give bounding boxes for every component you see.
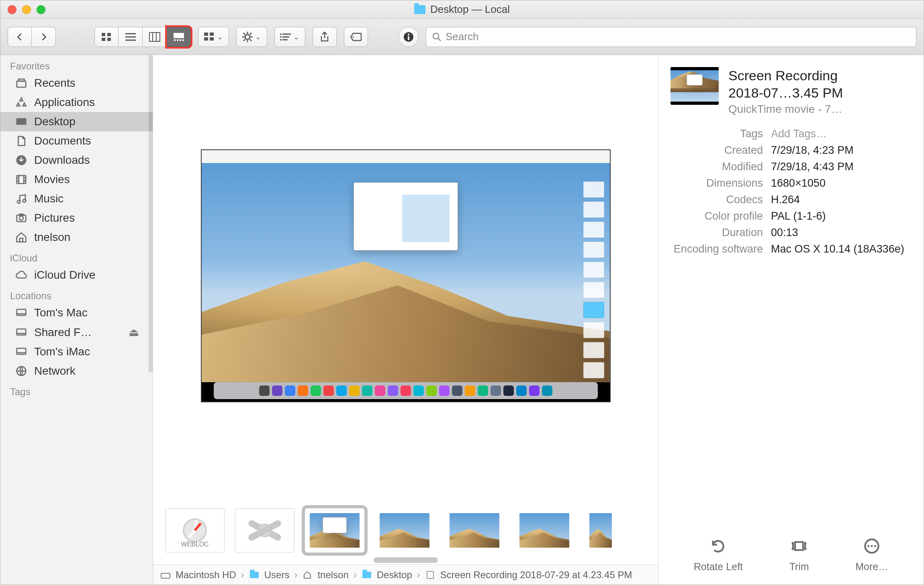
get-info-button[interactable] bbox=[399, 27, 419, 47]
sidebar-item-music[interactable]: Music bbox=[0, 189, 153, 208]
sidebar-item-network[interactable]: Network bbox=[0, 361, 153, 381]
sidebar-scrollbar[interactable] bbox=[149, 55, 153, 373]
forward-button[interactable] bbox=[32, 27, 56, 47]
fullscreen-window-button[interactable] bbox=[37, 5, 45, 14]
filmstrip-item-label: WEBLOC bbox=[166, 541, 224, 548]
filmstrip-item-image[interactable] bbox=[515, 508, 574, 552]
share-button[interactable] bbox=[313, 27, 337, 47]
pathbar-segment[interactable]: Macintosh HD bbox=[176, 569, 236, 581]
sidebar-item-label: iCloud Drive bbox=[34, 269, 96, 281]
sidebar-item-documents[interactable]: Documents bbox=[0, 131, 153, 151]
sidebar-item-label: Applications bbox=[34, 96, 95, 109]
minimize-window-button[interactable] bbox=[22, 5, 31, 14]
svg-rect-66 bbox=[427, 571, 433, 579]
preview-inner-window bbox=[354, 182, 458, 251]
sidebar-item-label: tnelson bbox=[34, 231, 70, 244]
pathbar-segment[interactable]: Users bbox=[264, 569, 290, 581]
chevron-down-icon: ⌄ bbox=[217, 33, 223, 41]
filmstrip-item-image[interactable] bbox=[585, 508, 617, 552]
sidebar-item-applications[interactable]: Applications bbox=[0, 93, 153, 112]
svg-rect-10 bbox=[174, 33, 184, 38]
edit-tags-button[interactable] bbox=[344, 27, 368, 47]
sidebar-item-label: Desktop bbox=[34, 115, 76, 128]
arrange-button[interactable]: ⌄ bbox=[274, 27, 305, 47]
meta-key: Duration bbox=[671, 226, 763, 239]
inspector-subtitle: QuickTime movie - 7… bbox=[728, 103, 843, 116]
computer-icon bbox=[15, 326, 28, 339]
sidebar-item-icloud-drive[interactable]: iCloud Drive bbox=[0, 265, 153, 285]
back-button[interactable] bbox=[8, 27, 32, 47]
documents-icon bbox=[15, 135, 28, 147]
svg-rect-16 bbox=[210, 33, 214, 36]
column-view-button[interactable] bbox=[143, 27, 167, 47]
filmstrip-item-webloc[interactable]: WEBLOC bbox=[165, 508, 225, 552]
svg-rect-1 bbox=[107, 33, 111, 36]
share-icon bbox=[320, 31, 329, 43]
chevron-down-icon: ⌄ bbox=[293, 33, 299, 41]
sidebar-item-recents[interactable]: Recents bbox=[0, 73, 153, 93]
sidebar-item-toms-imac[interactable]: Tom's iMac bbox=[0, 342, 153, 361]
gear-icon bbox=[242, 32, 253, 42]
sidebar-item-label: Pictures bbox=[34, 212, 75, 224]
close-window-button[interactable] bbox=[8, 5, 16, 14]
sidebar-item-toms-mac[interactable]: Tom's Mac bbox=[0, 303, 153, 322]
filmstrip-item-image[interactable] bbox=[375, 508, 434, 552]
drive-icon bbox=[160, 571, 171, 579]
more-button[interactable]: More… bbox=[855, 537, 888, 573]
svg-point-70 bbox=[871, 545, 873, 547]
svg-rect-40 bbox=[17, 81, 26, 87]
meta-value: 7/29/18, 4:23 PM bbox=[771, 144, 912, 157]
svg-point-38 bbox=[433, 33, 439, 39]
gallery-view-button[interactable] bbox=[167, 27, 191, 47]
chevron-left-icon bbox=[15, 33, 24, 41]
network-icon bbox=[15, 365, 28, 377]
icon-view-button[interactable] bbox=[94, 27, 119, 47]
filmstrip-item-image[interactable] bbox=[445, 508, 504, 552]
action-menu-button[interactable]: ⌄ bbox=[236, 27, 267, 47]
folder-icon bbox=[362, 571, 372, 579]
titlebar: Desktop — Local bbox=[0, 0, 924, 19]
svg-rect-2 bbox=[102, 38, 105, 41]
pathbar: Macintosh HD › Users › tnelson › Desktop… bbox=[153, 565, 658, 585]
preview-frame[interactable] bbox=[201, 149, 611, 402]
group-by-button[interactable]: ⌄ bbox=[198, 27, 229, 47]
svg-rect-12 bbox=[177, 39, 178, 41]
eject-icon[interactable]: ⏏ bbox=[129, 326, 139, 339]
preview-desktop-icons bbox=[583, 181, 604, 382]
meta-value-tags[interactable]: Add Tags… bbox=[771, 128, 912, 140]
desktop-icon bbox=[15, 115, 28, 128]
list-view-button[interactable] bbox=[119, 27, 143, 47]
svg-rect-65 bbox=[161, 573, 170, 578]
pathbar-segment[interactable]: Desktop bbox=[377, 569, 412, 581]
filmstrip-scrollbar[interactable] bbox=[374, 557, 438, 563]
meta-key: Created bbox=[671, 144, 763, 157]
gallery-view-icon bbox=[173, 33, 184, 41]
sidebar-item-movies[interactable]: Movies bbox=[0, 170, 153, 189]
pathbar-segment[interactable]: tnelson bbox=[317, 569, 348, 581]
sidebar-item-downloads[interactable]: Downloads bbox=[0, 151, 153, 170]
trim-button[interactable]: Trim bbox=[789, 537, 809, 573]
rotate-left-button[interactable]: Rotate Left bbox=[694, 537, 743, 573]
trim-icon bbox=[790, 537, 808, 555]
sidebar-item-desktop[interactable]: Desktop bbox=[0, 112, 153, 131]
inspector-header: Screen Recording 2018-07…3.45 PM QuickTi… bbox=[671, 67, 912, 116]
svg-point-69 bbox=[867, 545, 869, 547]
filmstrip-item-app[interactable] bbox=[235, 508, 294, 552]
svg-rect-43 bbox=[16, 123, 27, 125]
inspector-title: Screen Recording 2018-07…3.45 PM bbox=[728, 67, 843, 101]
sidebar: Favorites Recents Applications Desktop D… bbox=[0, 55, 153, 585]
search-icon bbox=[432, 32, 442, 42]
search-field[interactable]: Search bbox=[426, 27, 916, 47]
pathbar-segment[interactable]: Screen Recording 2018-07-29 at 4.23.45 P… bbox=[440, 569, 632, 581]
safari-icon bbox=[183, 518, 207, 542]
filmstrip-item-movie[interactable] bbox=[305, 508, 364, 552]
meta-value: 1680×1050 bbox=[771, 177, 912, 190]
meta-key: Color profile bbox=[671, 210, 763, 222]
sidebar-item-pictures[interactable]: Pictures bbox=[0, 208, 153, 228]
sidebar-item-shared-folder[interactable]: Shared F… ⏏ bbox=[0, 322, 153, 342]
finder-window: Desktop — Local bbox=[0, 0, 924, 585]
sidebar-item-home[interactable]: tnelson bbox=[0, 228, 153, 247]
svg-line-26 bbox=[250, 33, 251, 35]
filmstrip[interactable]: WEBLOC bbox=[153, 496, 658, 565]
meta-value: 7/29/18, 4:43 PM bbox=[771, 161, 912, 173]
